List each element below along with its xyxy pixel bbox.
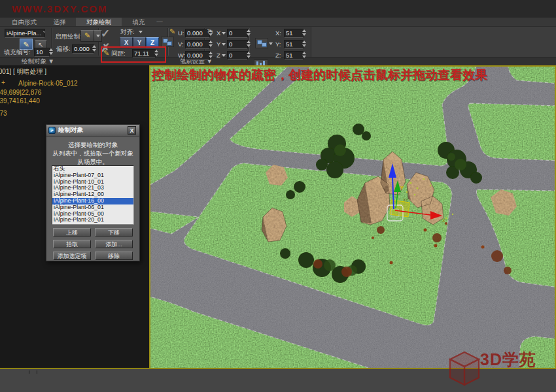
gizmo-y-label: Y [400, 185, 404, 191]
rotate-y-label: Y [217, 40, 220, 48]
scale-x-spinner[interactable] [301, 28, 307, 37]
u-label: U: [178, 29, 184, 37]
align-chevron-icon[interactable] [139, 31, 143, 35]
enable-paint-button[interactable]: ✎ [80, 30, 94, 42]
enable-paint-brush-icon: ✎ [84, 31, 90, 39]
remove-button[interactable]: 移除 [95, 252, 133, 260]
tab-object-paint[interactable]: 对象绘制 [76, 18, 122, 26]
watermark-text: WWW.3DXY.COM [12, 3, 108, 14]
tutorial-annotation: 控制绘制的物体的疏密，创建的时候点击鼠标并拖动查看效果 [152, 67, 487, 84]
add-button[interactable]: 添加... [95, 240, 133, 248]
add-selected-button[interactable]: 添加选定项 [53, 252, 91, 260]
stats-line-3: 473 [0, 110, 7, 117]
paint-object-dropdown[interactable]: iAlpine-Pla... [5, 29, 45, 38]
w-spinner[interactable] [207, 50, 213, 59]
scale-y-label: Y: [275, 40, 281, 48]
rotate-x-label: X [217, 29, 220, 37]
scale-y-spinner[interactable] [301, 39, 307, 48]
enable-paint-label: 启用绘制: [55, 32, 82, 41]
rotate-z-spinner[interactable] [245, 50, 251, 59]
apply-check-icon[interactable]: ✓ [101, 27, 110, 41]
tab-populate[interactable]: 填充 [127, 18, 150, 26]
timeline-tick [29, 370, 29, 374]
scale-x-label: X: [275, 29, 281, 37]
scale-z-spinner[interactable] [301, 50, 307, 59]
dialog-instruction-1: 选择要绘制的对象 [46, 141, 139, 150]
v-field[interactable]: 0.000 [185, 40, 210, 49]
stats-plus: + [1, 79, 5, 86]
tab-selection[interactable]: 选择 [48, 18, 71, 26]
dialog-title-bar[interactable]: 绘制对象 X [46, 125, 139, 137]
chevron-down-icon [96, 35, 100, 39]
fill-number-spinner[interactable] [48, 47, 54, 56]
dialog-title: 绘制对象 [58, 126, 83, 135]
offset-label: 偏移: [56, 44, 71, 53]
chevron-down-icon [222, 43, 226, 48]
track-bar[interactable] [0, 368, 556, 392]
align-to-normal-button[interactable] [161, 37, 174, 47]
scene-canvas: Y X XY [150, 67, 555, 368]
rotate-x-spinner[interactable] [245, 28, 251, 37]
chevron-down-icon [222, 54, 226, 59]
close-icon[interactable]: X [128, 126, 136, 135]
move-up-button[interactable]: 上移 [53, 228, 91, 237]
fill-number-label: 填充编号: [4, 48, 31, 56]
rotate-icon: ↻ [207, 27, 213, 37]
gizmo-plane-label: XY [403, 198, 408, 202]
dialog-instruction-2: 从列表中，或拾取一个新对象 [46, 150, 139, 158]
paint-object-dropdown-value: iAlpine-Pla... [7, 29, 41, 37]
scatter-icon-button[interactable] [255, 38, 268, 48]
chevron-down-icon[interactable] [269, 42, 273, 47]
v-spinner[interactable] [207, 39, 213, 48]
scale-z-label: Z: [275, 51, 281, 59]
pick-button[interactable]: 拾取 [53, 240, 91, 248]
w-field[interactable]: 0.000 [185, 51, 210, 60]
max-logo-icon [48, 127, 56, 134]
selected-object-name: Alpine-Rock-05_012 [18, 80, 78, 87]
chevron-down-icon [222, 32, 226, 37]
stats-line-1: 649,699|22,876 [0, 89, 41, 96]
tab-freeform[interactable]: 自由形式 [5, 18, 43, 26]
move-down-button[interactable]: 下移 [95, 228, 133, 237]
list-item[interactable]: iAlpine-Plant-20_01 [52, 217, 133, 223]
chevron-down-icon [43, 31, 45, 36]
gizmo-xy-plane[interactable] [390, 200, 409, 217]
paint-objects-dialog[interactable]: 绘制对象 X 选择要绘制的对象 从列表中，或拾取一个新对象 从场景中。 石头 i… [46, 124, 140, 261]
viewport-shading-label[interactable]: [001] [ 明暗处理 ] [0, 67, 46, 76]
offset-spinner[interactable] [91, 44, 97, 53]
ribbon-minimize-icon[interactable]: — [154, 17, 165, 25]
ribbon-empty-panel [311, 27, 556, 57]
align-label: 对齐: [120, 27, 135, 36]
v-label: V: [178, 40, 184, 48]
gizmo-x-label: X [442, 218, 445, 223]
application-window: WWW.3DXY.COM 自由形式 选择 对象绘制 填充 — 绘制对象 ▼ 笔刷… [0, 0, 556, 392]
perspective-viewport[interactable]: Y X XY 控制绘制的物体的疏密，创建的时候点击鼠标并拖动查看效果 [149, 65, 556, 369]
timeline-tick [37, 370, 37, 374]
rotate-y-spinner[interactable] [245, 39, 251, 48]
stats-line-2: 739,74161,440 [0, 97, 40, 105]
w-label: W: [178, 51, 185, 59]
spacing-highlight-box [101, 46, 166, 63]
rotate-z-label: Z [217, 51, 220, 59]
object-list[interactable]: 石头 iAlpine-Plant-07_01 iAlpine-Plant-10_… [52, 165, 134, 225]
uvw-brush-icon: ✎ [169, 27, 175, 36]
